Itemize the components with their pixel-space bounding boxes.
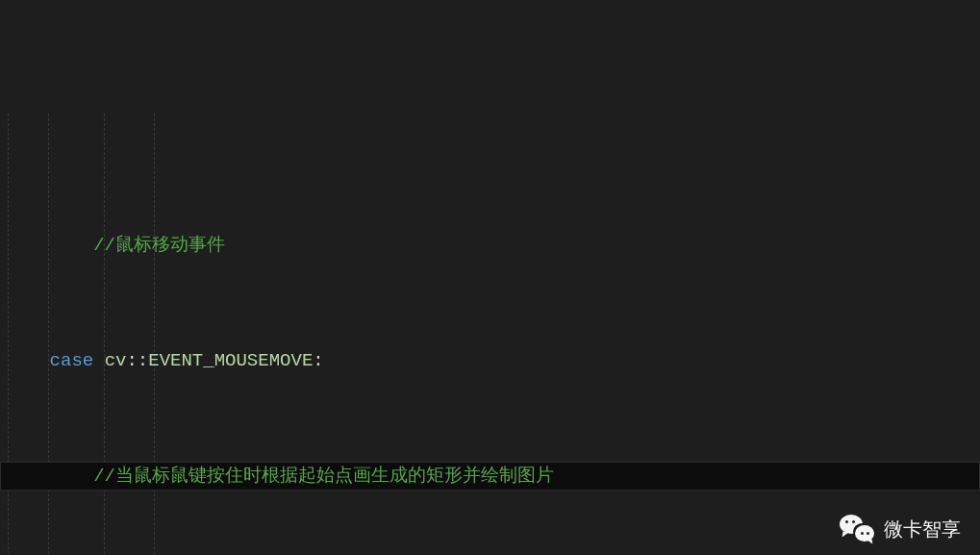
constant: EVENT_MOUSEMOVE <box>148 350 313 371</box>
code-line[interactable]: case cv::EVENT_MOUSEMOVE: <box>0 346 980 375</box>
scope-op: :: <box>126 350 148 371</box>
comment: //鼠标移动事件 <box>93 235 225 256</box>
code-editor[interactable]: //鼠标移动事件 case cv::EVENT_MOUSEMOVE: //当鼠标… <box>0 115 980 555</box>
code-line-highlighted[interactable]: //当鼠标鼠键按住时根据起始点画生成的矩形并绘制图片 <box>0 462 980 491</box>
comment: //当鼠标鼠键按住时根据起始点画生成的矩形并绘制图片 <box>93 466 554 487</box>
namespace: cv <box>105 350 127 371</box>
colon: : <box>313 350 323 371</box>
code-line[interactable]: //鼠标移动事件 <box>0 231 980 260</box>
keyword: case <box>50 350 94 371</box>
